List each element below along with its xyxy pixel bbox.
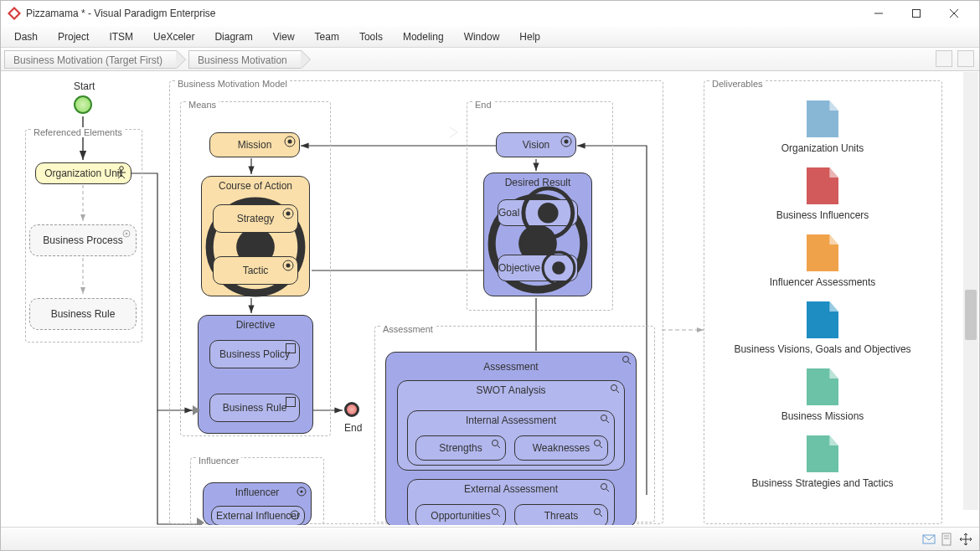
deliverable-item[interactable]: Organization Units [718, 100, 927, 154]
bmm-label: Business Motivation Model [175, 79, 290, 89]
svg-point-35 [493, 440, 498, 446]
mission-node[interactable]: Mission [209, 132, 300, 157]
deliverables-label: Deliverables [709, 79, 766, 89]
menu-dash[interactable]: Dash [4, 28, 48, 46]
svg-rect-49 [942, 533, 951, 545]
crumb-1[interactable]: Business Motivation [188, 50, 302, 69]
svg-point-33 [601, 415, 607, 421]
business-policy-node[interactable]: Business Policy [209, 340, 300, 368]
crumb-0[interactable]: Business Motivation (Target First) [4, 50, 177, 69]
deliverable-item[interactable]: Business Missions [718, 368, 927, 422]
svg-line-10 [121, 175, 125, 178]
deliverable-item[interactable]: Business Influencers [718, 167, 927, 221]
deliverable-item[interactable]: Business Strategies and Tactics [718, 435, 927, 489]
threats-label: Threats [544, 510, 579, 522]
menu-help[interactable]: Help [509, 28, 550, 46]
document-icon [807, 435, 838, 472]
mail-icon[interactable] [922, 533, 936, 546]
opportunities-label: Opportunities [431, 510, 490, 522]
mission-label: Mission [238, 139, 272, 151]
document-icon [807, 100, 838, 137]
weaknesses-node[interactable]: Weaknesses [514, 435, 608, 461]
menu-uexceler[interactable]: UeXceler [143, 28, 204, 46]
target-icon [519, 184, 577, 242]
business-rule-ref-label: Business Rule [51, 308, 116, 320]
menu-team[interactable]: Team [305, 28, 349, 46]
organization-unit-node[interactable]: Organization Unit [35, 162, 132, 184]
minimize-button[interactable] [859, 1, 897, 26]
external-assessment-label: External Assessment [408, 483, 614, 495]
svg-point-18 [286, 212, 291, 216]
menu-itsm[interactable]: ITSM [99, 28, 143, 46]
menu-modeling[interactable]: Modeling [393, 28, 454, 46]
diagram-canvas[interactable]: Start Referenced Elements Organization U… [2, 72, 978, 525]
move-icon[interactable] [959, 533, 972, 546]
referenced-elements-label: Referenced Elements [31, 127, 125, 137]
search-icon [491, 439, 501, 449]
strengths-node[interactable]: Strengths [415, 435, 506, 461]
toolbar-icon-2[interactable] [957, 50, 974, 67]
deliverables-list: Organization Units Business Influencers … [718, 100, 927, 502]
svg-line-34 [606, 420, 609, 423]
scroll-thumb[interactable] [965, 290, 977, 340]
vision-node[interactable]: Vision [496, 132, 576, 157]
assessment-label: Assessment [386, 361, 636, 373]
strategy-node[interactable]: Strategy [213, 204, 298, 233]
menubar: Dash Project ITSM UeXceler Diagram View … [1, 26, 979, 48]
maximize-button[interactable] [897, 1, 935, 26]
business-rule-label: Business Rule [223, 402, 287, 414]
svg-rect-3 [912, 10, 920, 18]
search-icon [600, 414, 610, 424]
step-marker-icon [193, 405, 200, 415]
menu-view[interactable]: View [263, 28, 305, 46]
target-icon [284, 136, 296, 147]
opportunities-node[interactable]: Opportunities [415, 504, 506, 525]
deliverable-item[interactable]: Influencer Assessments [718, 234, 927, 288]
app-logo [8, 7, 21, 20]
external-influencer-node[interactable]: External Influencer [211, 506, 305, 525]
goal-label: Goal [498, 207, 519, 219]
search-icon [491, 507, 501, 518]
organization-unit-label: Organization Unit [44, 167, 122, 179]
note-icon[interactable] [941, 533, 954, 546]
start-node[interactable] [74, 95, 92, 114]
gear-icon [296, 486, 307, 497]
vertical-scrollbar[interactable] [963, 72, 978, 510]
goal-node[interactable]: Goal [498, 199, 578, 226]
business-policy-label: Business Policy [219, 348, 290, 360]
statusbar [1, 527, 979, 550]
end-node[interactable] [344, 402, 359, 417]
svg-point-20 [286, 264, 291, 268]
business-rule-ref[interactable]: Business Rule [29, 298, 137, 330]
svg-line-42 [498, 514, 500, 517]
toolbar-icon-1[interactable] [936, 50, 952, 67]
menu-window[interactable]: Window [454, 28, 510, 46]
svg-point-26 [538, 203, 559, 224]
external-influencer-label: External Influencer [216, 510, 300, 522]
course-of-action-label: Course of Action [202, 180, 309, 192]
svg-point-41 [493, 509, 498, 515]
start-label: Start [74, 80, 95, 92]
svg-line-36 [498, 445, 500, 448]
menu-tools[interactable]: Tools [349, 28, 393, 46]
svg-point-28 [552, 261, 565, 275]
menu-diagram[interactable]: Diagram [204, 28, 262, 46]
note-icon [286, 343, 296, 353]
gear-icon [121, 228, 132, 239]
objective-node[interactable]: Objective [498, 255, 578, 281]
deliverable-label: Business Strategies and Tactics [718, 477, 927, 489]
search-icon [610, 384, 620, 394]
step-marker-icon [197, 518, 204, 525]
note-icon [286, 397, 296, 407]
threats-node[interactable]: Threats [514, 504, 608, 525]
deliverable-item[interactable]: Business Visions, Goals and Objectives [718, 301, 927, 355]
tactic-node[interactable]: Tactic [213, 256, 298, 285]
swot-label: SWOT Analysis [398, 384, 624, 396]
target-icon [282, 208, 294, 219]
menu-project[interactable]: Project [48, 28, 99, 46]
business-rule-node[interactable]: Business Rule [209, 394, 300, 422]
business-process-ref[interactable]: Business Process [29, 224, 137, 256]
weaknesses-label: Weaknesses [533, 442, 590, 454]
close-button[interactable] [935, 1, 972, 26]
deliverable-label: Business Missions [718, 410, 927, 422]
